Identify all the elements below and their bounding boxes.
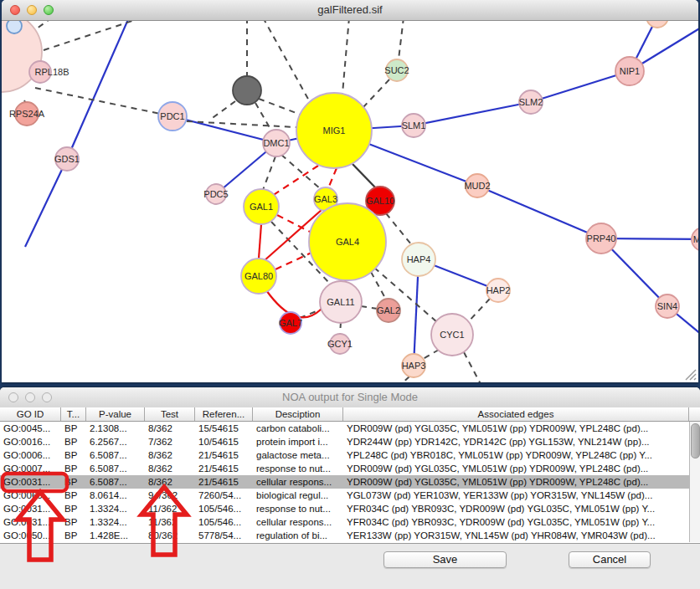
- network-edge[interactable]: [361, 306, 378, 309]
- node-gal4[interactable]: GAL4: [309, 203, 386, 280]
- network-edge[interactable]: [363, 79, 389, 107]
- column-header-go_id[interactable]: GO ID: [0, 407, 61, 421]
- node-label: GAL4: [336, 237, 359, 247]
- network-edge[interactable]: [35, 88, 172, 116]
- scrollbar-thumb[interactable]: [691, 423, 700, 458]
- noa-titlebar[interactable]: NOA output for Single Mode: [0, 387, 700, 408]
- node-prp40[interactable]: PRP40: [586, 223, 616, 254]
- network-edge[interactable]: [259, 99, 305, 116]
- network-edge[interactable]: [44, 21, 142, 50]
- network-edge[interactable]: [401, 376, 409, 382]
- resize-grip[interactable]: [685, 369, 697, 381]
- table-header[interactable]: GO IDT...P-valueTestReferen...Desciption…: [0, 407, 700, 422]
- node-rpl18b[interactable]: RPL18B: [29, 61, 69, 83]
- column-header-description[interactable]: Desciption: [253, 407, 343, 421]
- node-sin4[interactable]: SIN4: [656, 294, 679, 318]
- node-label: DMC1: [263, 138, 289, 148]
- network-edge[interactable]: [352, 163, 377, 189]
- network-edge[interactable]: [386, 213, 411, 244]
- node-label: MUD2: [464, 181, 490, 191]
- column-header-edges[interactable]: Associated edges: [343, 407, 689, 421]
- cell-test: 11/362: [145, 502, 195, 515]
- node-pdc1[interactable]: PDC1: [158, 102, 187, 131]
- network-edge[interactable]: [263, 156, 275, 190]
- cell-reference: 21/54615: [195, 448, 253, 462]
- table-row[interactable]: GO:0007...BP6.5087...8/36221/54615respon…: [0, 462, 700, 475]
- cell-go_id: GO:0045...: [0, 422, 61, 435]
- network-edge[interactable]: [277, 215, 313, 233]
- network-canvas[interactable]: RPL18BRPS24AGDS1PDC1MIG1SUC2SLM1DMC1PDC5…: [2, 21, 698, 382]
- node-gds1[interactable]: GDS1: [54, 147, 80, 171]
- node-msn[interactable]: MSN: [692, 228, 698, 251]
- network-edge[interactable]: [270, 166, 318, 197]
- table-row[interactable]: GO:0031...BP6.5087...8/36221/54615cellul…: [0, 475, 700, 489]
- column-header-test[interactable]: Test: [145, 407, 195, 421]
- column-header-type[interactable]: T...: [61, 407, 86, 421]
- column-header-reference[interactable]: Referen...: [195, 407, 253, 421]
- node-label: HAP3: [402, 361, 426, 371]
- node-gal2[interactable]: GAL2: [377, 299, 400, 322]
- network-edge[interactable]: [342, 21, 349, 94]
- table-row[interactable]: GO:0065...BP8.0614...94/3627260/54...bio…: [0, 489, 700, 502]
- network-graph[interactable]: RPL18BRPS24AGDS1PDC1MIG1SUC2SLM1DMC1PDC5…: [2, 21, 698, 382]
- node-cyc1[interactable]: CYC1: [431, 314, 473, 356]
- node-hap4[interactable]: HAP4: [402, 243, 435, 276]
- cell-description: biological regul...: [253, 489, 343, 502]
- vertical-scrollbar[interactable]: [689, 422, 700, 542]
- node-dmc1[interactable]: DMC1: [263, 130, 290, 156]
- cell-p_value: 1.3324...: [86, 502, 145, 515]
- table-row[interactable]: GO:0031...BP1.3324...11/362105/546...res…: [0, 502, 700, 515]
- node-nip1[interactable]: NIP1: [615, 57, 644, 85]
- node-gal1[interactable]: GAL1: [244, 189, 279, 224]
- network-edge[interactable]: [340, 322, 341, 335]
- node-mig1[interactable]: MIG1: [296, 93, 372, 168]
- network-edge[interactable]: [67, 21, 129, 159]
- table-row[interactable]: GO:0016...BP6.2567...7/36210/54615protei…: [0, 435, 700, 448]
- network-edge[interactable]: [25, 159, 67, 247]
- cell-description: cellular respons...: [253, 515, 343, 529]
- table-row[interactable]: GO:0006...BP6.5087...8/36221/54615galact…: [0, 448, 700, 462]
- network-edge[interactable]: [467, 299, 490, 323]
- node-gal7[interactable]: GAL7: [279, 312, 302, 334]
- network-titlebar[interactable]: galFiltered.sif: [2, 0, 698, 21]
- table-row[interactable]: GO:0045...BP2.1308...8/36215/54615carbon…: [0, 422, 700, 435]
- network-edge[interactable]: [414, 102, 531, 125]
- node-unlabeled[interactable]: [646, 21, 668, 28]
- node-unlabeled[interactable]: [7, 21, 22, 33]
- cell-test: 8/362: [145, 462, 195, 475]
- network-edge[interactable]: [328, 168, 337, 188]
- node-label: PDC1: [160, 111, 184, 121]
- save-button[interactable]: Save: [383, 551, 507, 568]
- node-hap3[interactable]: HAP3: [402, 354, 426, 377]
- network-edge[interactable]: [275, 252, 313, 269]
- node-gal11[interactable]: GAL11: [320, 281, 362, 323]
- network-edge[interactable]: [259, 224, 261, 259]
- node-unlabeled[interactable]: [233, 76, 261, 105]
- network-edge[interactable]: [423, 350, 439, 359]
- network-edge[interactable]: [263, 21, 309, 100]
- node-hap2[interactable]: HAP2: [486, 279, 511, 302]
- node-gal80[interactable]: GAL80: [241, 259, 276, 294]
- table-row[interactable]: GO:0050...BP1.428E...80/3625778/54...reg…: [0, 529, 700, 542]
- node-mud2[interactable]: MUD2: [464, 174, 490, 197]
- cancel-button[interactable]: Cancel: [569, 551, 651, 568]
- network-edge[interactable]: [210, 101, 235, 120]
- network-edge[interactable]: [464, 352, 481, 382]
- node-slm1[interactable]: SLM1: [402, 114, 426, 137]
- network-edge[interactable]: [531, 71, 630, 102]
- node-rps24a[interactable]: RPS24A: [9, 102, 45, 125]
- node-gcy1[interactable]: GCY1: [327, 334, 353, 354]
- network-edge[interactable]: [477, 186, 601, 238]
- cell-reference: 21/54615: [195, 475, 253, 489]
- cell-test: 8/362: [145, 448, 195, 462]
- cell-edges: YDR009W (pd) YGL035C, YML051W (pp) YDR00…: [343, 422, 689, 435]
- node-label: RPL18B: [35, 67, 69, 77]
- node-slm2[interactable]: SLM2: [519, 90, 543, 114]
- cell-description: carbon cataboli...: [253, 422, 343, 435]
- network-edge[interactable]: [255, 103, 271, 131]
- table-row[interactable]: GO:0031...BP1.3324...11/362105/546...cel…: [0, 515, 700, 529]
- network-edge[interactable]: [399, 21, 404, 59]
- node-suc2[interactable]: SUC2: [384, 59, 409, 81]
- column-header-p_value[interactable]: P-value: [86, 407, 145, 421]
- network-edge[interactable]: [172, 116, 276, 143]
